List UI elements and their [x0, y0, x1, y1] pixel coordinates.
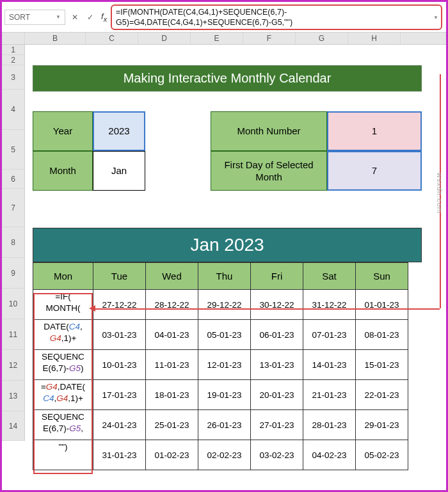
- row-header[interactable]: 1: [2, 45, 24, 55]
- row-header[interactable]: 3: [2, 65, 24, 90]
- calendar-cell[interactable]: 14-01-23: [303, 350, 356, 380]
- day-header: Mon: [33, 263, 93, 290]
- column-headers: B C D E F G H: [2, 33, 446, 45]
- formula-edit-cell[interactable]: SEQUENCE(6,7)-G5): [33, 350, 93, 380]
- row-header[interactable]: 2: [2, 55, 24, 65]
- calendar-cell[interactable]: 28-01-23: [303, 410, 356, 440]
- row-header[interactable]: 9: [2, 258, 24, 289]
- col-header[interactable]: B: [25, 33, 86, 44]
- month-number-label: Month Number: [211, 111, 327, 151]
- expand-formula-icon[interactable]: ▼: [433, 15, 438, 22]
- accept-formula-icon[interactable]: ✓: [83, 10, 97, 24]
- formula-edit-cell[interactable]: =IF(MONTH(: [33, 290, 93, 320]
- year-label: Year: [33, 111, 93, 151]
- row-header[interactable]: 8: [2, 227, 24, 258]
- calendar-cell[interactable]: 27-12-22: [93, 290, 146, 320]
- calendar-cell[interactable]: 12-01-23: [198, 350, 251, 380]
- calendar-cell[interactable]: 05-01-23: [198, 320, 251, 350]
- calendar-cell[interactable]: 06-01-23: [251, 320, 303, 350]
- calendar-cell[interactable]: 31-12-22: [303, 290, 356, 320]
- row-header[interactable]: 12: [2, 350, 24, 381]
- row-header[interactable]: 6: [2, 170, 24, 189]
- calendar-cell[interactable]: 24-01-23: [93, 410, 146, 440]
- calendar-cell[interactable]: 13-01-23: [251, 350, 303, 380]
- calendar-cell[interactable]: 03-01-23: [93, 320, 146, 350]
- calendar-cell[interactable]: 01-01-23: [356, 290, 408, 320]
- row-header[interactable]: 14: [2, 411, 24, 441]
- col-header[interactable]: H: [348, 33, 401, 44]
- page-title: Making Interactive Monthly Calendar: [33, 65, 422, 91]
- calendar-cell[interactable]: 10-01-23: [93, 350, 146, 380]
- day-header: Sun: [356, 263, 408, 290]
- spreadsheet-area[interactable]: Making Interactive Monthly Calendar Year…: [25, 45, 446, 441]
- cancel-formula-icon[interactable]: ✕: [68, 10, 82, 24]
- calendar-cell[interactable]: 08-01-23: [356, 320, 408, 350]
- col-header[interactable]: F: [243, 33, 296, 44]
- calendar-cell[interactable]: 01-02-23: [146, 440, 198, 470]
- calendar-cell[interactable]: 21-01-23: [303, 380, 356, 410]
- col-header[interactable]: D: [138, 33, 191, 44]
- calendar-cell[interactable]: 20-01-23: [251, 380, 303, 410]
- calendar-cell[interactable]: 28-12-22: [146, 290, 198, 320]
- formula-text: =IF(MONTH(DATE(C4,G4,1)+SEQUENCE(6,7)-G5…: [116, 8, 292, 28]
- calendar-cell[interactable]: 05-02-23: [356, 440, 408, 470]
- calendar-cell[interactable]: 31-01-23: [93, 440, 146, 470]
- row-header[interactable]: 10: [2, 289, 24, 319]
- calendar-cell[interactable]: 07-01-23: [303, 320, 356, 350]
- row-header[interactable]: 11: [2, 319, 24, 350]
- calendar-cell[interactable]: 18-01-23: [146, 380, 198, 410]
- calendar-cell[interactable]: 29-01-23: [356, 410, 408, 440]
- formula-edit-cell[interactable]: SEQUENCE(6,7)-G5,: [33, 410, 93, 440]
- col-header[interactable]: C: [86, 33, 138, 44]
- day-header: Tue: [93, 263, 146, 290]
- name-box-text: SORT: [9, 13, 30, 22]
- formula-edit-cell[interactable]: =G4,DATE(C4,G4,1)+: [33, 380, 93, 410]
- row-header[interactable]: 7: [2, 189, 24, 227]
- calendar-title: Jan 2023: [33, 228, 422, 262]
- row-header[interactable]: 4: [2, 90, 24, 130]
- row-headers: 1 2 3 4 5 6 7 8 9 10 11 12 13 14: [2, 45, 25, 441]
- calendar-cell[interactable]: 26-01-23: [198, 410, 251, 440]
- chevron-down-icon[interactable]: ▼: [56, 14, 61, 20]
- day-header: Fri: [251, 263, 303, 290]
- calendar-cell[interactable]: 22-01-23: [356, 380, 408, 410]
- calendar-cell[interactable]: 03-02-23: [251, 440, 303, 470]
- calendar-cell[interactable]: 19-01-23: [198, 380, 251, 410]
- month-label: Month: [33, 151, 93, 191]
- month-number-cell[interactable]: 1: [327, 111, 422, 151]
- calendar-cell[interactable]: 30-12-22: [251, 290, 303, 320]
- day-header: Sat: [303, 263, 356, 290]
- calendar-cell[interactable]: 04-02-23: [303, 440, 356, 470]
- formula-bar-row: SORT ▼ ✕ ✓ fx =IF(MONTH(DATE(C4,G4,1)+SE…: [2, 2, 446, 33]
- row-header[interactable]: 5: [2, 130, 24, 170]
- arrow-head-icon: [89, 305, 95, 312]
- calendar-cell[interactable]: 27-01-23: [251, 410, 303, 440]
- formula-bar[interactable]: =IF(MONTH(DATE(C4,G4,1)+SEQUENCE(6,7)-G5…: [111, 4, 442, 30]
- first-day-cell[interactable]: 7: [327, 151, 422, 191]
- select-all-corner[interactable]: [2, 33, 25, 44]
- calendar-cell[interactable]: 02-02-23: [198, 440, 251, 470]
- calendar-cell[interactable]: 17-01-23: [93, 380, 146, 410]
- day-header: Thu: [198, 263, 251, 290]
- first-day-label: First Day of Selected Month: [211, 151, 327, 191]
- watermark: wsxdn.com: [436, 173, 444, 214]
- calendar-cell[interactable]: 04-01-23: [146, 320, 198, 350]
- col-header[interactable]: E: [191, 33, 243, 44]
- row-header[interactable]: 13: [2, 381, 24, 411]
- calendar-cell[interactable]: 11-01-23: [146, 350, 198, 380]
- formula-edit-cell[interactable]: DATE(C4,G4,1)+: [33, 320, 93, 350]
- day-header: Wed: [146, 263, 198, 290]
- year-value-cell[interactable]: 2023: [93, 111, 145, 151]
- col-header[interactable]: G: [296, 33, 348, 44]
- formula-buttons: ✕ ✓ fx: [68, 10, 109, 24]
- calendar-cell[interactable]: 15-01-23: [356, 350, 408, 380]
- fx-icon[interactable]: fx: [101, 12, 107, 23]
- formula-edit-cell[interactable]: ""): [33, 440, 93, 470]
- month-value-cell[interactable]: Jan: [93, 151, 145, 191]
- name-box[interactable]: SORT ▼: [4, 10, 65, 25]
- calendar-cell[interactable]: 29-12-22: [198, 290, 251, 320]
- calendar-cell[interactable]: 25-01-23: [146, 410, 198, 440]
- calendar-table: Mon Tue Wed Thu Fri Sat Sun =IF(MONTH(27…: [33, 262, 408, 470]
